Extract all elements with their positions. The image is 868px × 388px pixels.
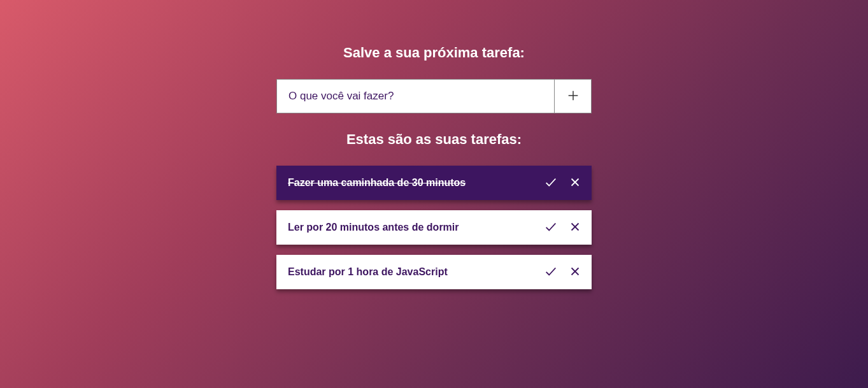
delete-button[interactable]	[567, 264, 583, 280]
delete-button[interactable]	[567, 175, 583, 190]
task-actions	[543, 175, 583, 190]
complete-button[interactable]	[543, 264, 559, 280]
close-icon	[568, 264, 582, 280]
task-actions	[543, 264, 583, 280]
task-list: Fazer uma caminhada de 30 minutosLer por…	[276, 166, 592, 289]
task-item: Ler por 20 minutos antes de dormir	[276, 210, 592, 245]
list-heading: Estas são as suas tarefas:	[346, 131, 522, 148]
close-icon	[568, 175, 582, 191]
input-heading: Salve a sua próxima tarefa:	[343, 45, 525, 61]
check-icon	[544, 220, 558, 236]
task-text: Fazer uma caminhada de 30 minutos	[288, 177, 543, 189]
task-text: Ler por 20 minutos antes de dormir	[288, 222, 543, 233]
complete-button[interactable]	[543, 220, 559, 235]
task-text: Estudar por 1 hora de JavaScript	[288, 266, 543, 278]
complete-button[interactable]	[543, 175, 559, 190]
check-icon	[544, 264, 558, 280]
delete-button[interactable]	[567, 220, 583, 235]
task-item: Estudar por 1 hora de JavaScript	[276, 255, 592, 289]
input-row	[276, 79, 592, 113]
task-input[interactable]	[276, 79, 555, 113]
task-actions	[543, 220, 583, 235]
plus-icon	[566, 89, 580, 104]
close-icon	[568, 220, 582, 236]
task-item: Fazer uma caminhada de 30 minutos	[276, 166, 592, 200]
check-icon	[544, 175, 558, 191]
add-button[interactable]	[555, 79, 592, 113]
